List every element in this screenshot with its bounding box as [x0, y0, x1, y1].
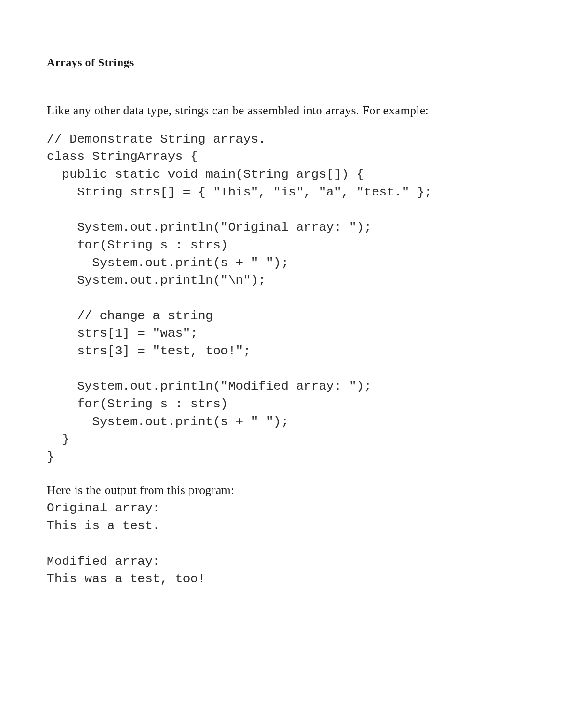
output-block: Original array: This is a test. Modified…: [47, 500, 516, 588]
code-block: // Demonstrate String arrays. class Stri…: [47, 131, 516, 466]
intro-paragraph: Like any other data type, strings can be…: [47, 102, 516, 120]
output-intro: Here is the output from this program:: [47, 481, 516, 499]
section-title: Arrays of Strings: [47, 56, 516, 69]
